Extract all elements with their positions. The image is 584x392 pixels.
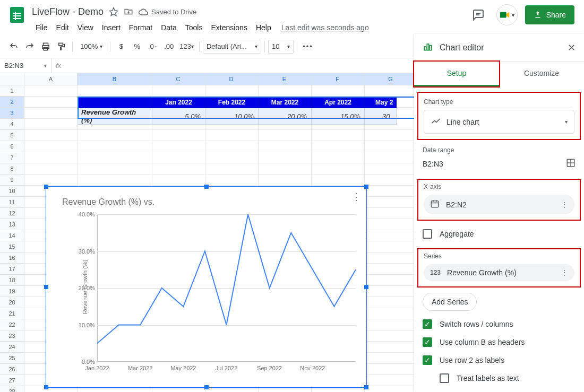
use-col-checkbox[interactable]: ✓ xyxy=(423,337,432,347)
sheets-logo-icon[interactable] xyxy=(6,4,28,25)
row-header[interactable]: 11 xyxy=(0,197,24,208)
month-header[interactable]: Mar 2022 xyxy=(259,97,312,108)
treat-labels-checkbox[interactable] xyxy=(440,373,449,383)
month-header[interactable]: Jan 2022 xyxy=(152,97,205,108)
row-header[interactable]: 8 xyxy=(0,163,24,175)
row-header[interactable]: 6 xyxy=(0,141,24,152)
value-cell[interactable]: 15.0% xyxy=(312,108,365,125)
percent-icon[interactable]: % xyxy=(130,39,144,54)
row-header[interactable]: 15 xyxy=(0,241,24,252)
menu-tools[interactable]: Tools xyxy=(182,21,207,34)
select-all-corner[interactable] xyxy=(0,73,24,85)
saved-to-drive[interactable]: Saved to Drive xyxy=(139,7,196,16)
row-header[interactable]: 22 xyxy=(0,319,24,330)
row-header[interactable]: 1 xyxy=(0,85,24,97)
menu-help[interactable]: Help xyxy=(252,21,275,34)
menu-view[interactable]: View xyxy=(74,21,97,34)
value-cell-clipped[interactable]: 30. xyxy=(365,108,397,125)
row-header[interactable]: 27 xyxy=(0,375,24,386)
value-cell[interactable]: 20.0% xyxy=(259,108,312,125)
row-header[interactable]: 7 xyxy=(0,152,24,163)
col-header[interactable]: C xyxy=(152,73,205,85)
embedded-chart[interactable]: ⋮ Revenue Growth (%) vs. Revenue Growth … xyxy=(46,186,367,388)
month-header[interactable]: Feb 2022 xyxy=(205,97,259,108)
xaxis-more-icon[interactable]: ⋮ xyxy=(561,201,568,209)
data-range-grid-icon[interactable] xyxy=(566,158,576,169)
move-icon[interactable] xyxy=(124,7,133,16)
menu-extensions[interactable]: Extensions xyxy=(207,21,251,34)
row-header[interactable]: 16 xyxy=(0,252,24,264)
menu-format[interactable]: Format xyxy=(125,21,156,34)
redo-icon[interactable] xyxy=(22,39,37,54)
undo-icon[interactable] xyxy=(6,39,21,54)
row-header[interactable]: 14 xyxy=(0,230,24,241)
menu-insert[interactable]: Insert xyxy=(98,21,124,34)
series-more-icon[interactable]: ⋮ xyxy=(561,268,568,277)
close-icon[interactable]: ✕ xyxy=(568,42,576,54)
font-size-select[interactable]: 10▾ xyxy=(268,40,294,54)
row-header[interactable]: 21 xyxy=(0,308,24,319)
row-label-cell[interactable]: Revenue Growth (%) xyxy=(78,108,152,125)
row-header[interactable]: 25 xyxy=(0,353,24,364)
last-edit-link[interactable]: Last edit was seconds ago xyxy=(281,23,369,32)
row-header[interactable]: 4 xyxy=(0,119,24,130)
tab-customize[interactable]: Customize xyxy=(499,62,584,86)
row-header[interactable]: 28 xyxy=(0,386,24,392)
value-cell[interactable]: 5.0% xyxy=(152,108,205,125)
use-row-checkbox[interactable]: ✓ xyxy=(423,355,432,365)
increase-decimal-icon[interactable]: .00 xyxy=(161,39,176,54)
data-range-value[interactable]: B2:N3 xyxy=(423,160,443,168)
table-corner[interactable] xyxy=(78,97,152,108)
decrease-decimal-icon[interactable]: .0← xyxy=(145,39,160,54)
font-select[interactable]: Default (Ari...▾ xyxy=(203,40,261,54)
row-header[interactable]: 23 xyxy=(0,330,24,342)
zoom-select[interactable]: 100% ▾ xyxy=(76,42,107,50)
comments-icon[interactable] xyxy=(468,4,489,25)
chart-type-select[interactable]: Line chart ▾ xyxy=(424,110,574,134)
print-icon[interactable] xyxy=(38,39,53,54)
row-header[interactable]: 26 xyxy=(0,364,24,375)
row-header[interactable]: 5 xyxy=(0,130,24,141)
col-header[interactable]: E xyxy=(258,73,311,85)
chart-type-label: Chart type xyxy=(424,98,574,106)
month-header-clipped[interactable]: May 2 xyxy=(365,97,397,108)
series-chip[interactable]: 123 Revenue Growth (%) ⋮ xyxy=(424,264,574,281)
col-header[interactable]: F xyxy=(311,73,364,85)
row-header[interactable]: 24 xyxy=(0,342,24,353)
star-icon[interactable] xyxy=(109,7,118,16)
value-cell[interactable]: 10.0% xyxy=(205,108,259,125)
name-box[interactable]: B2:N3▾ xyxy=(0,58,51,73)
month-header[interactable]: Apr 2022 xyxy=(312,97,365,108)
row-header[interactable]: 10 xyxy=(0,186,24,197)
tab-setup[interactable]: Setup xyxy=(414,62,499,86)
row-header[interactable]: 2 xyxy=(0,97,24,108)
currency-icon[interactable]: $ xyxy=(114,39,128,54)
col-header[interactable]: A xyxy=(24,73,78,85)
col-header[interactable]: D xyxy=(205,73,258,85)
toolbar-more-icon[interactable]: ••• xyxy=(300,39,315,54)
meet-button[interactable]: ▾ xyxy=(496,4,518,25)
menu-data[interactable]: Data xyxy=(157,21,181,34)
menu-edit[interactable]: Edit xyxy=(53,21,73,34)
add-series-button[interactable]: Add Series xyxy=(423,293,477,311)
row-header[interactable]: 19 xyxy=(0,286,24,297)
treat-labels-label: Treat labels as text xyxy=(457,374,519,382)
col-header[interactable]: B xyxy=(78,73,152,85)
row-header[interactable]: 9 xyxy=(0,175,24,186)
row-header[interactable]: 20 xyxy=(0,297,24,308)
row-header[interactable]: 12 xyxy=(0,208,24,219)
row-header[interactable]: 3 xyxy=(0,108,24,119)
row-header[interactable]: 18 xyxy=(0,275,24,286)
share-button[interactable]: Share xyxy=(525,5,574,24)
aggregate-checkbox[interactable] xyxy=(423,229,432,239)
xaxis-chip[interactable]: B2:N2 ⋮ xyxy=(424,195,574,214)
switch-rows-checkbox[interactable]: ✓ xyxy=(423,319,432,329)
chart-menu-icon[interactable]: ⋮ xyxy=(351,191,361,203)
row-header[interactable]: 13 xyxy=(0,219,24,230)
doc-title[interactable]: LiveFlow - Demo xyxy=(32,6,104,18)
row-header[interactable]: 17 xyxy=(0,264,24,275)
number-format-select[interactable]: 123 ▾ xyxy=(177,39,196,54)
col-header[interactable]: G xyxy=(364,73,417,85)
menu-file[interactable]: File xyxy=(32,21,51,34)
paint-format-icon[interactable] xyxy=(54,39,69,54)
